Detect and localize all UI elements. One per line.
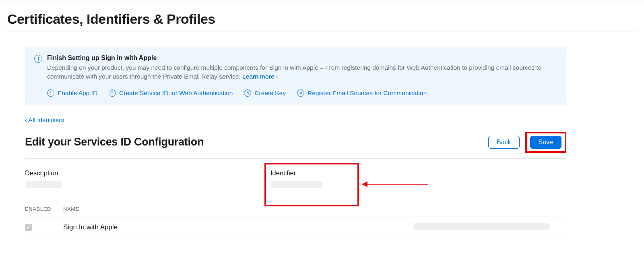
description-field: Description — [25, 169, 270, 190]
description-value-redacted — [25, 181, 62, 188]
section-divider — [25, 158, 566, 159]
step-label: Register Email Sources for Communication — [308, 89, 427, 97]
section-title: Edit your Services ID Configuration — [25, 136, 204, 148]
section-header-row: Edit your Services ID Configuration Back… — [25, 132, 566, 153]
info-head: i Finish Setting up Sign in with Apple D… — [34, 54, 557, 97]
enabled-cell: ✓ — [25, 224, 63, 231]
col-name-header: NAME — [63, 206, 566, 212]
step-num-icon: 4 — [297, 89, 304, 97]
info-banner: i Finish Setting up Sign in with Apple D… — [25, 47, 566, 105]
step-num-icon: 3 — [244, 89, 251, 97]
arrow-left-icon — [362, 181, 367, 187]
save-highlight-box: Save — [525, 132, 566, 153]
content-area: i Finish Setting up Sign in with Apple D… — [7, 47, 637, 239]
table-row: ✓ Sign In with Apple — [25, 216, 566, 239]
button-row: Back Save — [488, 132, 566, 153]
info-icon: i — [34, 55, 42, 63]
top-bar — [0, 0, 644, 3]
capabilities-table: ENABLED NAME ✓ Sign In with Apple — [25, 206, 566, 239]
step-label: Enable App ID — [58, 89, 97, 97]
info-desc-text: Depending on your product, you may need … — [47, 64, 541, 80]
identifier-label: Identifier — [270, 169, 323, 177]
step-num-icon: 2 — [109, 89, 116, 97]
field-row: Description Identifier — [25, 169, 566, 190]
step-register-email-sources[interactable]: 4 Register Email Sources for Communicati… — [297, 89, 427, 97]
capabilities-header: ENABLED NAME — [25, 206, 566, 216]
learn-more-link[interactable]: Learn more › — [242, 73, 278, 80]
step-num-icon: 1 — [47, 89, 54, 97]
back-button[interactable]: Back — [488, 136, 520, 149]
info-body: Finish Setting up Sign in with Apple Dep… — [47, 54, 557, 97]
description-label: Description — [25, 169, 270, 177]
info-title: Finish Setting up Sign in with Apple — [47, 54, 557, 62]
arrow-annotation — [362, 181, 428, 187]
info-steps: 1 Enable App ID 2 Create Service ID for … — [47, 89, 557, 97]
all-identifiers-link[interactable]: ‹ All Identifiers — [25, 116, 64, 124]
arrow-line — [367, 184, 428, 185]
info-description: Depending on your product, you may need … — [47, 63, 557, 81]
step-create-service-id[interactable]: 2 Create Service ID for Web Authenticati… — [109, 89, 233, 97]
step-create-key[interactable]: 3 Create Key — [244, 89, 286, 97]
step-enable-app-id[interactable]: 1 Enable App ID — [47, 89, 97, 97]
capability-name: Sign In with Apple — [63, 223, 413, 231]
step-label: Create Key — [254, 89, 286, 97]
step-label: Create Service ID for Web Authentication — [119, 89, 233, 97]
page-container: Certificates, Identifiers & Profiles i F… — [0, 3, 644, 255]
col-enabled-header: ENABLED — [25, 206, 63, 212]
identifier-field: Identifier — [270, 169, 323, 190]
save-button[interactable]: Save — [530, 136, 561, 149]
capability-detail-redacted — [413, 223, 550, 230]
checkbox-checked-icon[interactable]: ✓ — [25, 224, 32, 231]
page-title: Certificates, Identifiers & Profiles — [7, 11, 637, 27]
identifier-value-redacted — [270, 181, 323, 188]
capability-extra — [413, 223, 566, 232]
title-divider — [7, 31, 637, 31]
